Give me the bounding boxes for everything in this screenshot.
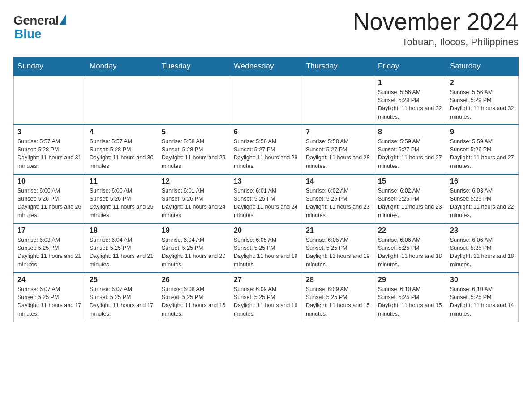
day-info: Sunrise: 6:00 AMSunset: 5:26 PMDaylight:… — [17, 187, 82, 219]
title-section: November 2024 Tobuan, Ilocos, Philippine… — [353, 9, 519, 48]
day-info: Sunrise: 5:59 AMSunset: 5:27 PMDaylight:… — [378, 137, 442, 170]
page-header: General Blue November 2024 Tobuan, Iloco… — [13, 9, 519, 48]
day-number: 25 — [90, 276, 154, 284]
logo-triangle-icon — [60, 15, 66, 25]
day-number: 26 — [162, 276, 226, 284]
day-info: Sunrise: 5:56 AMSunset: 5:29 PMDaylight:… — [378, 88, 442, 121]
day-info: Sunrise: 6:01 AMSunset: 5:25 PMDaylight:… — [234, 187, 298, 219]
day-number: 2 — [450, 79, 515, 87]
calendar-cell — [14, 76, 86, 125]
calendar-cell: 19Sunrise: 6:04 AMSunset: 5:25 PMDayligh… — [158, 223, 230, 273]
week-row-1: 1Sunrise: 5:56 AMSunset: 5:29 PMDaylight… — [14, 76, 519, 125]
day-info: Sunrise: 6:08 AMSunset: 5:25 PMDaylight:… — [162, 285, 226, 318]
calendar-cell: 18Sunrise: 6:04 AMSunset: 5:25 PMDayligh… — [86, 223, 158, 273]
day-number: 20 — [234, 227, 298, 235]
col-thursday: Thursday — [302, 57, 374, 76]
day-number: 12 — [162, 177, 226, 185]
calendar-cell: 9Sunrise: 5:59 AMSunset: 5:26 PMDaylight… — [446, 125, 519, 174]
day-number: 11 — [90, 177, 154, 185]
month-title: November 2024 — [353, 9, 519, 34]
day-number: 17 — [17, 227, 82, 235]
day-number: 4 — [90, 128, 154, 136]
calendar-cell: 2Sunrise: 5:56 AMSunset: 5:29 PMDaylight… — [446, 76, 519, 125]
calendar-cell: 15Sunrise: 6:02 AMSunset: 5:25 PMDayligh… — [374, 174, 446, 223]
day-info: Sunrise: 6:04 AMSunset: 5:25 PMDaylight:… — [90, 236, 154, 269]
day-number: 30 — [450, 276, 515, 284]
calendar-cell — [86, 76, 158, 125]
day-info: Sunrise: 6:03 AMSunset: 5:25 PMDaylight:… — [450, 187, 515, 219]
col-monday: Monday — [86, 57, 158, 76]
calendar-cell: 24Sunrise: 6:07 AMSunset: 5:25 PMDayligh… — [14, 273, 86, 322]
day-info: Sunrise: 6:01 AMSunset: 5:26 PMDaylight:… — [162, 187, 226, 219]
day-number: 27 — [234, 276, 298, 284]
day-info: Sunrise: 5:58 AMSunset: 5:27 PMDaylight:… — [306, 137, 370, 170]
calendar-cell: 28Sunrise: 6:09 AMSunset: 5:25 PMDayligh… — [302, 273, 374, 322]
logo-blue-text: Blue — [14, 27, 66, 41]
day-info: Sunrise: 6:07 AMSunset: 5:25 PMDaylight:… — [90, 285, 154, 318]
day-info: Sunrise: 5:59 AMSunset: 5:26 PMDaylight:… — [450, 137, 515, 170]
calendar-cell: 7Sunrise: 5:58 AMSunset: 5:27 PMDaylight… — [302, 125, 374, 174]
day-number: 10 — [17, 177, 82, 185]
day-number: 1 — [378, 79, 442, 87]
calendar-cell: 30Sunrise: 6:10 AMSunset: 5:25 PMDayligh… — [446, 273, 519, 322]
day-number: 29 — [378, 276, 442, 284]
day-number: 14 — [306, 177, 370, 185]
calendar-cell — [302, 76, 374, 125]
day-number: 5 — [162, 128, 226, 136]
col-friday: Friday — [374, 57, 446, 76]
day-number: 8 — [378, 128, 442, 136]
week-row-4: 17Sunrise: 6:03 AMSunset: 5:25 PMDayligh… — [14, 223, 519, 273]
day-number: 9 — [450, 128, 515, 136]
calendar-cell: 6Sunrise: 5:58 AMSunset: 5:27 PMDaylight… — [230, 125, 302, 174]
col-saturday: Saturday — [446, 57, 519, 76]
calendar-cell: 21Sunrise: 6:05 AMSunset: 5:25 PMDayligh… — [302, 223, 374, 273]
location-title: Tobuan, Ilocos, Philippines — [353, 36, 519, 48]
calendar-cell: 5Sunrise: 5:58 AMSunset: 5:28 PMDaylight… — [158, 125, 230, 174]
day-number: 22 — [378, 227, 442, 235]
logo: General Blue — [13, 13, 66, 41]
day-info: Sunrise: 5:56 AMSunset: 5:29 PMDaylight:… — [450, 88, 515, 121]
calendar-cell — [230, 76, 302, 125]
calendar-cell: 11Sunrise: 6:00 AMSunset: 5:26 PMDayligh… — [86, 174, 158, 223]
calendar-cell: 23Sunrise: 6:06 AMSunset: 5:25 PMDayligh… — [446, 223, 519, 273]
calendar-cell: 25Sunrise: 6:07 AMSunset: 5:25 PMDayligh… — [86, 273, 158, 322]
week-row-5: 24Sunrise: 6:07 AMSunset: 5:25 PMDayligh… — [14, 273, 519, 322]
day-info: Sunrise: 6:04 AMSunset: 5:25 PMDaylight:… — [162, 236, 226, 269]
day-number: 19 — [162, 227, 226, 235]
calendar-cell: 8Sunrise: 5:59 AMSunset: 5:27 PMDaylight… — [374, 125, 446, 174]
day-number: 7 — [306, 128, 370, 136]
day-info: Sunrise: 6:06 AMSunset: 5:25 PMDaylight:… — [450, 236, 515, 269]
logo-general-text: General — [13, 13, 59, 28]
day-number: 28 — [306, 276, 370, 284]
day-info: Sunrise: 5:57 AMSunset: 5:28 PMDaylight:… — [90, 137, 154, 170]
day-info: Sunrise: 6:02 AMSunset: 5:25 PMDaylight:… — [378, 187, 442, 219]
col-tuesday: Tuesday — [158, 57, 230, 76]
calendar-cell: 10Sunrise: 6:00 AMSunset: 5:26 PMDayligh… — [14, 174, 86, 223]
calendar-table: Sunday Monday Tuesday Wednesday Thursday… — [13, 57, 519, 322]
day-number: 15 — [378, 177, 442, 185]
day-info: Sunrise: 6:09 AMSunset: 5:25 PMDaylight:… — [234, 285, 298, 318]
day-number: 21 — [306, 227, 370, 235]
day-info: Sunrise: 6:06 AMSunset: 5:25 PMDaylight:… — [378, 236, 442, 269]
calendar-cell: 14Sunrise: 6:02 AMSunset: 5:25 PMDayligh… — [302, 174, 374, 223]
day-info: Sunrise: 5:58 AMSunset: 5:28 PMDaylight:… — [162, 137, 226, 170]
day-number: 13 — [234, 177, 298, 185]
day-info: Sunrise: 6:05 AMSunset: 5:25 PMDaylight:… — [234, 236, 298, 269]
calendar-cell: 3Sunrise: 5:57 AMSunset: 5:28 PMDaylight… — [14, 125, 86, 174]
calendar-cell: 1Sunrise: 5:56 AMSunset: 5:29 PMDaylight… — [374, 76, 446, 125]
calendar-cell — [158, 76, 230, 125]
day-info: Sunrise: 6:03 AMSunset: 5:25 PMDaylight:… — [17, 236, 82, 269]
day-info: Sunrise: 6:07 AMSunset: 5:25 PMDaylight:… — [17, 285, 82, 318]
day-number: 16 — [450, 177, 515, 185]
day-number: 6 — [234, 128, 298, 136]
day-info: Sunrise: 6:02 AMSunset: 5:25 PMDaylight:… — [306, 187, 370, 219]
calendar-cell: 20Sunrise: 6:05 AMSunset: 5:25 PMDayligh… — [230, 223, 302, 273]
calendar-cell: 26Sunrise: 6:08 AMSunset: 5:25 PMDayligh… — [158, 273, 230, 322]
calendar-cell: 27Sunrise: 6:09 AMSunset: 5:25 PMDayligh… — [230, 273, 302, 322]
day-info: Sunrise: 6:10 AMSunset: 5:25 PMDaylight:… — [378, 285, 442, 318]
day-number: 18 — [90, 227, 154, 235]
day-info: Sunrise: 5:58 AMSunset: 5:27 PMDaylight:… — [234, 137, 298, 170]
day-info: Sunrise: 5:57 AMSunset: 5:28 PMDaylight:… — [17, 137, 82, 170]
calendar-cell: 16Sunrise: 6:03 AMSunset: 5:25 PMDayligh… — [446, 174, 519, 223]
calendar-cell: 12Sunrise: 6:01 AMSunset: 5:26 PMDayligh… — [158, 174, 230, 223]
